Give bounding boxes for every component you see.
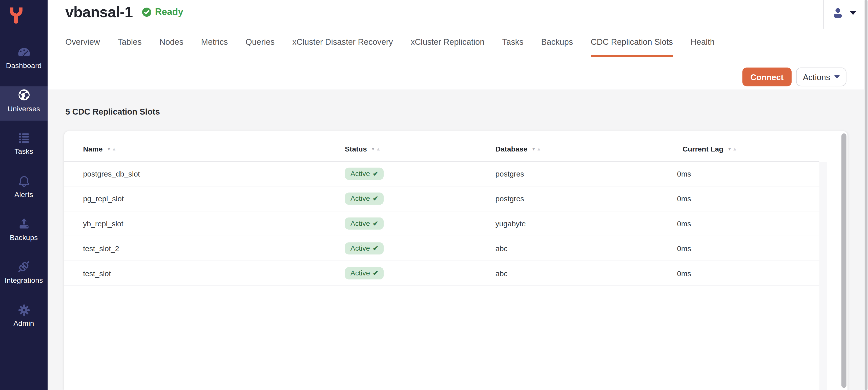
sort-icon[interactable]: ▼▲	[531, 147, 542, 151]
table-row[interactable]: postgres_db_slot Active✔ postgres 0ms	[64, 162, 819, 186]
column-header-database[interactable]: Database ▼▲	[495, 145, 677, 153]
sort-icon[interactable]: ▼▲	[106, 147, 117, 151]
slot-name-cell: yb_repl_slot	[83, 219, 345, 228]
database-cell: abc	[495, 244, 677, 253]
sidebar-item-alerts[interactable]: Alerts	[0, 172, 48, 206]
sidebar-item-admin[interactable]: Admin	[0, 301, 48, 335]
connect-button[interactable]: Connect	[742, 68, 792, 86]
universe-tabs: Overview Tables Nodes Metrics Queries xC…	[65, 36, 715, 57]
sidebar: Dashboard Universes	[0, 0, 48, 390]
universe-header: vbansal-1 Ready Overview Tables Nodes Me…	[48, 0, 868, 90]
tasks-list-icon	[17, 131, 31, 145]
slot-name-cell: test_slot_2	[83, 244, 345, 253]
user-menu-button[interactable]	[832, 3, 860, 22]
column-header-name[interactable]: Name ▼▲	[83, 145, 345, 153]
tab-xcluster-replication[interactable]: xCluster Replication	[411, 36, 485, 57]
tab-overview[interactable]: Overview	[65, 36, 100, 57]
table-scroll-gutter	[819, 162, 827, 390]
backups-upload-icon	[17, 217, 31, 231]
database-cell: abc	[495, 269, 677, 278]
table-row[interactable]: test_slot_2 Active✔ abc 0ms	[64, 236, 819, 261]
status-badge: Active✔	[345, 218, 384, 230]
sidebar-item-integrations[interactable]: Integrations	[0, 258, 48, 292]
actions-button-label: Actions	[803, 72, 830, 82]
page-scrollbar[interactable]	[864, 0, 868, 390]
current-lag-cell: 0ms	[677, 269, 819, 278]
sidebar-item-label: Admin	[13, 319, 34, 328]
check-icon: ✔	[373, 244, 378, 252]
dashboard-gauge-icon	[17, 45, 31, 59]
tab-tables[interactable]: Tables	[118, 36, 142, 57]
table-row[interactable]: pg_repl_slot Active✔ postgres 0ms	[64, 186, 819, 211]
table-row[interactable]: test_slot Active✔ abc 0ms	[64, 261, 819, 286]
tab-metrics[interactable]: Metrics	[201, 36, 228, 57]
slots-table-card: Name ▼▲ Status ▼▲ Database ▼▲ Current La…	[64, 131, 847, 390]
yugabyte-logo-icon[interactable]	[9, 7, 23, 24]
status-label: Ready	[155, 7, 183, 18]
app-window: Dashboard Universes	[0, 0, 868, 390]
check-icon: ✔	[373, 269, 378, 277]
status-badge: Active✔	[345, 242, 384, 254]
table-row[interactable]: yb_repl_slot Active✔ yugabyte 0ms	[64, 212, 819, 236]
sidebar-item-label: Integrations	[5, 277, 43, 285]
sidebar-item-tasks[interactable]: Tasks	[0, 129, 48, 164]
integrations-plug-icon	[17, 260, 31, 274]
cdc-replication-slots-panel: 5 CDC Replication Slots Name ▼▲ Status ▼…	[48, 90, 868, 390]
slot-name-cell: pg_repl_slot	[83, 194, 345, 203]
tab-xcluster-disaster-recovery[interactable]: xCluster Disaster Recovery	[292, 36, 393, 57]
tab-health[interactable]: Health	[691, 36, 715, 57]
sidebar-menu: Dashboard Universes	[0, 43, 48, 344]
slots-count-heading: 5 CDC Replication Slots	[65, 107, 160, 116]
status-badge: Active✔	[345, 192, 384, 205]
sort-icon[interactable]: ▼▲	[727, 147, 738, 151]
check-icon: ✔	[373, 169, 378, 177]
sidebar-item-dashboard[interactable]: Dashboard	[0, 43, 48, 78]
user-avatar-icon	[832, 6, 844, 19]
page-scrollbar-thumb[interactable]	[865, 0, 867, 390]
column-header-status[interactable]: Status ▼▲	[345, 145, 495, 153]
status-badge: Active✔	[345, 267, 384, 280]
database-cell: postgres	[495, 169, 677, 178]
alerts-bell-icon	[17, 174, 31, 188]
check-icon: ✔	[373, 194, 378, 202]
status-badge: Active✔	[345, 168, 384, 180]
chevron-down-icon	[834, 75, 840, 79]
chevron-down-icon	[850, 11, 856, 15]
tab-cdc-replication-slots[interactable]: CDC Replication Slots	[591, 36, 673, 57]
universe-title: vbansal-1	[65, 4, 133, 21]
header-divider	[823, 0, 824, 29]
sidebar-item-label: Dashboard	[6, 61, 42, 70]
check-circle-icon	[142, 7, 152, 17]
admin-gear-icon	[17, 303, 31, 317]
current-lag-cell: 0ms	[677, 194, 819, 203]
sort-icon[interactable]: ▼▲	[371, 147, 381, 151]
current-lag-cell: 0ms	[677, 244, 819, 253]
database-cell: yugabyte	[495, 219, 677, 228]
sidebar-item-label: Universes	[8, 104, 40, 113]
sidebar-item-label: Tasks	[14, 148, 33, 156]
universe-status: Ready	[142, 7, 183, 18]
sidebar-item-universes[interactable]: Universes	[0, 86, 48, 121]
sidebar-item-label: Alerts	[14, 190, 33, 199]
check-icon: ✔	[373, 219, 378, 227]
tab-backups[interactable]: Backups	[541, 36, 573, 57]
actions-button[interactable]: Actions	[796, 68, 846, 86]
tab-tasks[interactable]: Tasks	[502, 36, 524, 57]
slot-name-cell: postgres_db_slot	[83, 169, 345, 178]
sidebar-item-label: Backups	[10, 233, 38, 242]
table-header-row: Name ▼▲ Status ▼▲ Database ▼▲ Current La…	[64, 131, 819, 161]
tab-nodes[interactable]: Nodes	[159, 36, 183, 57]
sidebar-item-backups[interactable]: Backups	[0, 215, 48, 249]
database-cell: postgres	[495, 194, 677, 203]
current-lag-cell: 0ms	[677, 169, 819, 178]
card-scrollbar-thumb[interactable]	[841, 133, 846, 388]
universes-globe-icon	[17, 88, 31, 102]
column-header-current-lag[interactable]: Current Lag ▼▲	[677, 145, 819, 153]
slot-name-cell: test_slot	[83, 269, 345, 278]
tab-queries[interactable]: Queries	[245, 36, 275, 57]
current-lag-cell: 0ms	[677, 219, 819, 228]
